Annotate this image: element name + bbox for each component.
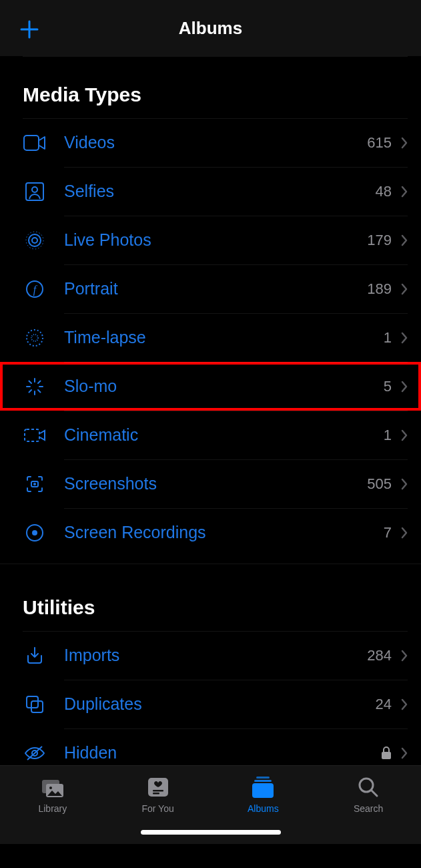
chevron-right-icon — [401, 698, 408, 710]
row-count: 1 — [384, 427, 392, 444]
row-duplicates[interactable]: Duplicates 24 — [0, 680, 421, 728]
cinematic-icon — [23, 423, 47, 447]
section-header-media-types: Media Types — [0, 57, 421, 118]
hidden-icon — [23, 741, 47, 765]
screen-rec-icon — [23, 521, 47, 545]
for-you-tab-icon — [145, 775, 171, 799]
row-hidden[interactable]: Hidden — [0, 728, 421, 765]
page-title: Albums — [179, 18, 242, 39]
row-label: Cinematic — [64, 425, 384, 445]
svg-rect-33 — [153, 793, 159, 795]
tab-for-you[interactable]: For You — [108, 775, 208, 814]
row-selfies[interactable]: Selfies 48 — [0, 167, 421, 216]
svg-rect-35 — [254, 780, 272, 782]
row-screen-recordings[interactable]: Screen Recordings 7 — [0, 508, 421, 557]
row-label: Duplicates — [64, 694, 376, 714]
chevron-right-icon — [401, 332, 408, 344]
svg-point-9 — [31, 335, 38, 341]
svg-rect-36 — [252, 783, 274, 798]
svg-rect-32 — [153, 790, 163, 792]
tab-label: Albums — [248, 803, 279, 814]
chevron-right-icon — [401, 650, 408, 662]
search-tab-icon — [355, 775, 382, 799]
row-live-photos[interactable]: Live Photos 179 — [0, 216, 421, 264]
svg-point-30 — [49, 787, 52, 789]
row-count: 505 — [367, 475, 392, 493]
svg-point-2 — [32, 187, 37, 192]
selfies-icon — [23, 180, 47, 204]
chevron-right-icon — [401, 283, 408, 295]
tab-label: For You — [141, 803, 173, 814]
row-label: Time-lapse — [64, 328, 384, 347]
row-label: Slo-mo — [64, 377, 384, 396]
imports-icon — [23, 644, 47, 668]
row-portrait[interactable]: f Portrait 189 — [0, 264, 421, 313]
tab-label: Search — [354, 803, 383, 814]
svg-point-4 — [29, 234, 41, 246]
svg-rect-34 — [256, 777, 270, 779]
row-label: Videos — [64, 133, 367, 152]
svg-line-15 — [38, 390, 41, 393]
duplicates-icon — [23, 692, 47, 716]
svg-point-22 — [32, 530, 37, 535]
library-tab-icon — [39, 775, 66, 799]
chevron-right-icon — [401, 478, 408, 490]
row-label: Hidden — [64, 743, 381, 763]
nav-bar: Albums — [0, 0, 421, 56]
row-count: 179 — [367, 232, 392, 249]
add-button[interactable] — [19, 19, 40, 40]
svg-point-20 — [33, 483, 36, 485]
svg-rect-0 — [24, 136, 39, 150]
row-imports[interactable]: Imports 284 — [0, 631, 421, 680]
slo-mo-icon — [23, 375, 47, 399]
tab-albums[interactable]: Albums — [213, 775, 313, 814]
row-label: Imports — [64, 646, 367, 665]
row-screenshots[interactable]: Screenshots 505 — [0, 459, 421, 508]
chevron-right-icon — [401, 234, 408, 246]
live-photos-icon — [23, 228, 47, 252]
content-scroll[interactable]: Media Types Videos 615 Selfies 48 Live P… — [0, 56, 421, 765]
row-count: 24 — [376, 696, 392, 713]
svg-rect-18 — [25, 429, 39, 441]
tab-search[interactable]: Search — [318, 775, 418, 814]
row-label: Screen Recordings — [64, 523, 384, 542]
svg-line-38 — [372, 791, 377, 796]
row-label: Selfies — [64, 182, 376, 201]
tab-label: Library — [38, 803, 67, 814]
chevron-right-icon — [401, 429, 408, 441]
chevron-right-icon — [401, 747, 408, 759]
row-slo-mo[interactable]: Slo-mo 5 — [0, 362, 421, 411]
portrait-icon: f — [23, 277, 47, 301]
chevron-right-icon — [401, 527, 408, 539]
svg-point-8 — [27, 330, 43, 346]
row-count: 284 — [367, 647, 392, 664]
chevron-right-icon — [401, 137, 408, 149]
tab-bar: Library For You Albums Search — [0, 765, 421, 844]
albums-tab-icon — [250, 775, 276, 799]
svg-line-14 — [29, 381, 32, 383]
row-cinematic[interactable]: Cinematic 1 — [0, 411, 421, 459]
videos-icon — [23, 131, 47, 155]
lock-icon — [381, 746, 392, 760]
section-header-utilities: Utilities — [0, 564, 421, 631]
row-videos[interactable]: Videos 615 — [0, 118, 421, 167]
row-timelapse[interactable]: Time-lapse 1 — [0, 313, 421, 362]
home-indicator[interactable] — [141, 830, 281, 835]
plus-icon — [19, 19, 39, 39]
svg-point-3 — [32, 238, 37, 243]
screenshots-icon — [23, 472, 47, 496]
row-count: 48 — [376, 183, 392, 200]
tab-library[interactable]: Library — [3, 775, 103, 814]
row-count: 1 — [384, 329, 392, 347]
row-label: Screenshots — [64, 474, 367, 493]
row-label: Live Photos — [64, 230, 367, 250]
row-count: 615 — [367, 134, 392, 152]
row-count: 7 — [384, 524, 392, 541]
row-count: 5 — [384, 378, 392, 395]
svg-text:f: f — [33, 284, 38, 296]
timelapse-icon — [23, 326, 47, 350]
chevron-right-icon — [401, 186, 408, 198]
row-count: 189 — [367, 280, 392, 298]
svg-line-16 — [38, 381, 41, 383]
svg-rect-27 — [382, 752, 391, 759]
